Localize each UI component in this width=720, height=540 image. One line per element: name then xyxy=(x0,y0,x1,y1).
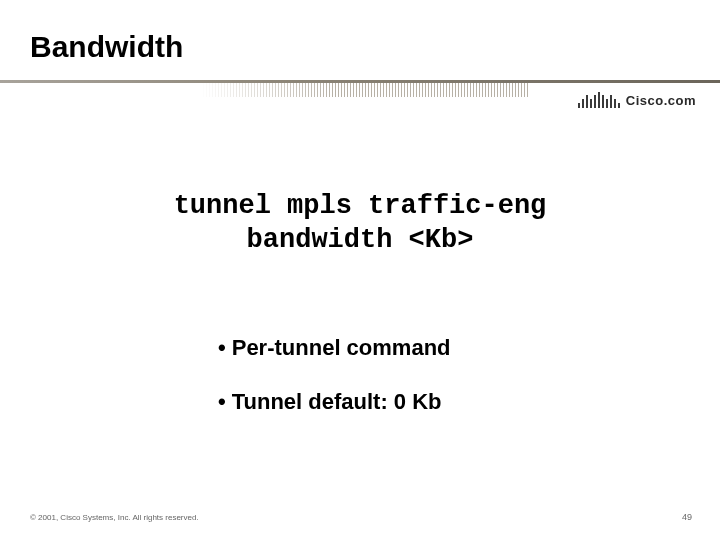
divider-ticks xyxy=(200,83,530,97)
footer-copyright: © 2001, Cisco Systems, Inc. All rights r… xyxy=(30,513,199,522)
brand-logo: Cisco.com xyxy=(578,86,696,108)
footer-page-number: 49 xyxy=(682,512,692,522)
command-line-2: bandwidth <Kb> xyxy=(0,224,720,258)
bullet-dot-icon: • xyxy=(218,389,226,414)
command-line-1: tunnel mpls traffic-eng xyxy=(0,190,720,224)
brand-logo-text: Cisco.com xyxy=(626,93,696,108)
bullet-text: Tunnel default: 0 Kb xyxy=(232,389,442,414)
divider-ticks-pattern xyxy=(200,83,530,97)
bullet-list: •Per-tunnel command •Tunnel default: 0 K… xyxy=(218,335,451,443)
bullet-dot-icon: • xyxy=(218,335,226,360)
slide: Bandwidth Cisco.com tunnel mpls traffic-… xyxy=(0,0,720,540)
command-block: tunnel mpls traffic-eng bandwidth <Kb> xyxy=(0,190,720,258)
bullet-item: •Per-tunnel command xyxy=(218,335,451,361)
slide-title: Bandwidth xyxy=(30,30,183,64)
cisco-bars-icon xyxy=(578,92,620,108)
bullet-text: Per-tunnel command xyxy=(232,335,451,360)
bullet-item: •Tunnel default: 0 Kb xyxy=(218,389,451,415)
